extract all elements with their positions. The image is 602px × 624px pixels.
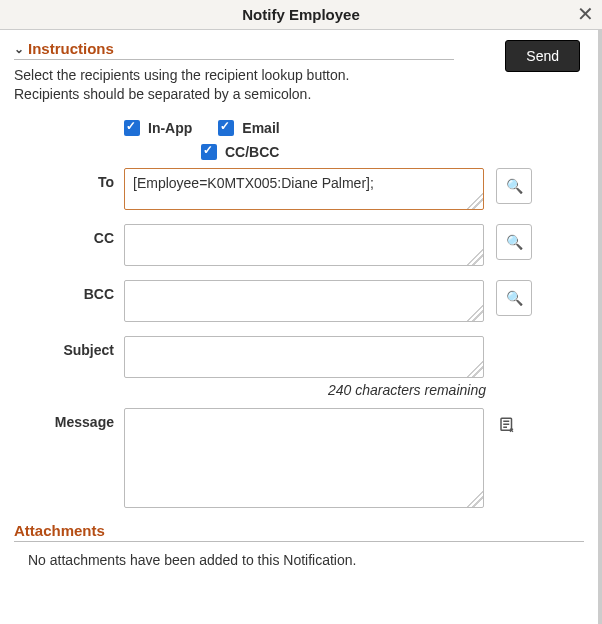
- bcc-lookup-button[interactable]: 🔍: [496, 280, 532, 316]
- message-row: Message: [14, 408, 584, 508]
- checkbox-row-2: CC/BCC: [201, 144, 584, 160]
- to-label: To: [14, 168, 124, 190]
- close-icon[interactable]: ✕: [577, 4, 594, 24]
- bcc-input[interactable]: [124, 280, 484, 322]
- cc-label: CC: [14, 224, 124, 246]
- inapp-checkbox[interactable]: [124, 120, 140, 136]
- to-row: To 🔍: [14, 168, 584, 210]
- subject-row: Subject: [14, 336, 584, 378]
- note-icon: [498, 418, 516, 438]
- attachments-empty-text: No attachments have been added to this N…: [28, 552, 584, 568]
- dialog-title: Notify Employee: [242, 6, 360, 23]
- checkbox-row-1: In-App Email: [124, 120, 584, 136]
- email-label: Email: [242, 120, 279, 136]
- dialog-header: Notify Employee ✕: [0, 0, 602, 30]
- search-icon: 🔍: [506, 290, 523, 306]
- to-input[interactable]: [124, 168, 484, 210]
- instructions-header[interactable]: ⌄ Instructions: [14, 40, 454, 60]
- to-lookup-button[interactable]: 🔍: [496, 168, 532, 204]
- message-template-button[interactable]: [498, 408, 516, 439]
- subject-char-remaining: 240 characters remaining: [14, 382, 486, 398]
- bcc-row: BCC 🔍: [14, 280, 584, 322]
- email-checkbox[interactable]: [218, 120, 234, 136]
- attachments-heading: Attachments: [14, 522, 584, 542]
- send-button[interactable]: Send: [505, 40, 580, 72]
- search-icon: 🔍: [506, 234, 523, 250]
- ccbcc-label: CC/BCC: [225, 144, 279, 160]
- subject-input[interactable]: [124, 336, 484, 378]
- cc-row: CC 🔍: [14, 224, 584, 266]
- search-icon: 🔍: [506, 178, 523, 194]
- chevron-down-icon: ⌄: [14, 42, 24, 56]
- message-label: Message: [14, 408, 124, 430]
- cc-input[interactable]: [124, 224, 484, 266]
- bcc-label: BCC: [14, 280, 124, 302]
- inapp-label: In-App: [148, 120, 192, 136]
- cc-lookup-button[interactable]: 🔍: [496, 224, 532, 260]
- ccbcc-checkbox[interactable]: [201, 144, 217, 160]
- subject-label: Subject: [14, 336, 124, 358]
- instructions-heading-text: Instructions: [28, 40, 114, 57]
- message-input[interactable]: [124, 408, 484, 508]
- dialog-content: Send ⌄ Instructions Select the recipient…: [0, 30, 602, 624]
- instructions-text: Select the recipients using the recipien…: [14, 66, 584, 104]
